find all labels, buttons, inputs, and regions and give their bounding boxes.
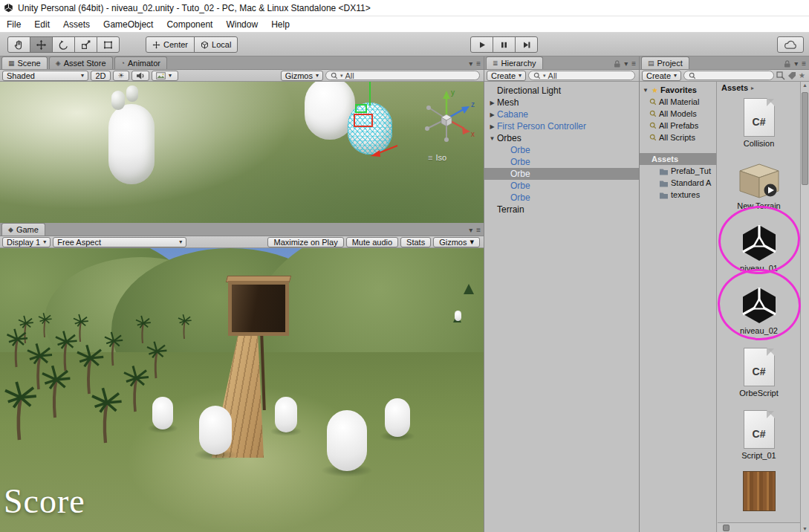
pause-button[interactable] — [493, 36, 516, 53]
foldout-icon[interactable]: ▶ — [487, 100, 497, 106]
project-search-input[interactable] — [683, 71, 774, 80]
assets-root-folder[interactable]: Assets — [640, 153, 716, 165]
hierarchy-create-dropdown[interactable]: Create ▾ — [487, 71, 526, 81]
icon-zoom-slider[interactable] — [718, 522, 800, 532]
aspect-dropdown[interactable]: Free Aspect ▾ — [53, 237, 186, 247]
favorite-all-models[interactable]: All Models — [640, 108, 716, 120]
scene-object-orbe-knob[interactable] — [126, 85, 138, 102]
panel-dropdown-icon[interactable]: ▾ — [624, 59, 628, 68]
foldout-icon[interactable]: ▼ — [642, 87, 649, 94]
scrollbar-thumb[interactable] — [802, 92, 808, 185]
step-button[interactable] — [515, 36, 538, 53]
tab-scene[interactable]: ▦ Scene — [1, 56, 48, 69]
tab-project[interactable]: ▤ Project — [641, 56, 689, 69]
menu-assets[interactable]: Assets — [56, 16, 97, 32]
cloud-services-button[interactable] — [777, 36, 804, 53]
tab-asset-store[interactable]: ◈ Asset Store — [49, 56, 113, 69]
menu-edit[interactable]: Edit — [27, 16, 56, 32]
hierarchy-item-orbes[interactable]: ▼ Orbes — [484, 132, 639, 144]
folder-textures[interactable]: textures — [640, 189, 716, 201]
game-gizmos-dropdown[interactable]: Gizmos ▾ — [433, 237, 480, 247]
asset-orbescript[interactable]: C# OrbeScript — [718, 343, 800, 406]
asset-script-01[interactable]: C# Script_01 — [718, 406, 800, 468]
menu-component[interactable]: Component — [160, 16, 219, 32]
favorite-all-prefabs[interactable]: All Prefabs — [640, 120, 716, 132]
folder-prefab-tut[interactable]: Prefab_Tut — [640, 165, 716, 177]
scroll-up-icon[interactable]: ▲ — [802, 82, 808, 88]
folder-standard-assets[interactable]: Standard A — [640, 177, 716, 189]
hierarchy-item-terrain[interactable]: Terrain — [484, 204, 639, 215]
mute-audio-button[interactable]: Mute audio — [346, 237, 398, 247]
saved-search-star-icon[interactable]: ★ — [799, 71, 805, 80]
scene-lighting-button[interactable]: ☀ — [113, 71, 129, 81]
lock-icon[interactable] — [784, 60, 790, 68]
hand-tool-button[interactable] — [7, 36, 30, 53]
foldout-icon[interactable]: ▶ — [487, 123, 497, 130]
favorites-header[interactable]: ▼ ★ Favorites — [640, 84, 716, 96]
maximize-on-play-button[interactable]: Maximize on Play — [267, 237, 343, 247]
scene-object-orbe-knob[interactable] — [111, 91, 125, 110]
scale-tool-button[interactable] — [74, 36, 97, 53]
scroll-down-icon[interactable]: ▼ — [802, 526, 808, 531]
hierarchy-item-orbe[interactable]: Orbe — [484, 180, 639, 192]
asset-collision[interactable]: C# Collision — [718, 94, 800, 156]
panel-dropdown-icon[interactable]: ▾ — [469, 226, 472, 234]
display-dropdown[interactable]: Display 1 ▾ — [2, 237, 51, 247]
foldout-icon[interactable]: ▶ — [487, 111, 497, 118]
tab-animator[interactable]: ◔ Animator — [114, 56, 167, 69]
asset-wood-texture[interactable] — [718, 468, 800, 531]
menu-window[interactable]: Window — [219, 16, 264, 32]
hierarchy-item-orbe[interactable]: Orbe — [484, 192, 639, 204]
favorite-all-materials[interactable]: All Material — [640, 96, 716, 108]
asset-niveau-01[interactable]: niveau_01 — [718, 218, 800, 281]
search-by-label-icon[interactable] — [787, 71, 796, 80]
panel-dropdown-icon[interactable]: ▾ — [794, 59, 798, 68]
menu-file[interactable]: File — [0, 16, 27, 32]
panel-menu-icon[interactable]: ≡ — [476, 59, 481, 68]
scene-object-orbe[interactable] — [108, 104, 155, 184]
scene-search-input[interactable]: ▾ All — [325, 71, 480, 80]
hierarchy-item-mesh[interactable]: ▶ Mesh — [484, 97, 639, 108]
scene-effects-dropdown[interactable]: ▾ — [152, 71, 178, 81]
menu-gameobject[interactable]: GameObject — [97, 16, 160, 32]
project-create-dropdown[interactable]: Create ▾ — [642, 71, 681, 81]
favorite-all-scripts[interactable]: All Scripts — [640, 132, 716, 143]
rect-tool-button[interactable] — [97, 36, 120, 53]
game-viewport[interactable]: Score — [0, 248, 484, 532]
rotate-tool-button[interactable] — [52, 36, 75, 53]
hierarchy-search-input[interactable]: ▾ All — [528, 71, 635, 80]
panel-menu-icon[interactable]: ≡ — [802, 59, 806, 68]
scene-orientation-gizmo[interactable]: y z x — [415, 85, 480, 153]
search-by-type-icon[interactable] — [776, 71, 785, 80]
shading-mode-dropdown[interactable]: Shaded ▾ — [2, 71, 88, 81]
breadcrumb[interactable]: Assets ▸ — [718, 82, 800, 94]
hierarchy-item-cabane[interactable]: ▶ Cabane — [484, 108, 639, 120]
scene-gizmos-dropdown[interactable]: Gizmos ▾ — [281, 71, 323, 81]
hierarchy-item-orbe[interactable]: Orbe — [484, 156, 639, 168]
scene-audio-button[interactable] — [131, 71, 149, 81]
2d-toggle-button[interactable]: 2D — [91, 71, 111, 81]
scene-viewport[interactable]: y z x ≡ Iso — [0, 82, 484, 223]
pivot-toggle-button[interactable]: Center — [146, 36, 195, 53]
move-tool-button[interactable] — [30, 36, 53, 53]
panel-dropdown-icon[interactable]: ▾ — [469, 59, 472, 68]
zoom-slider-knob[interactable] — [723, 525, 730, 531]
asset-new-terrain[interactable]: New Terrain — [718, 156, 800, 218]
hierarchy-item-first-person-controller[interactable]: ▶ First Person Controller — [484, 120, 639, 132]
play-button[interactable] — [470, 36, 493, 53]
projection-mode-toggle[interactable]: ≡ Iso — [428, 153, 446, 162]
panel-menu-icon[interactable]: ≡ — [476, 226, 481, 234]
tab-hierarchy[interactable]: ≣ Hierarchy — [486, 56, 543, 69]
hierarchy-item-orbe[interactable]: Orbe — [484, 144, 639, 156]
menu-help[interactable]: Help — [264, 16, 296, 32]
tab-game[interactable]: ◆ Game — [1, 223, 45, 236]
lock-icon[interactable] — [614, 60, 620, 68]
asset-niveau-02[interactable]: niveau_02 — [718, 281, 800, 343]
foldout-icon[interactable]: ▼ — [487, 135, 497, 142]
stats-button[interactable]: Stats — [400, 237, 431, 247]
project-scrollbar[interactable]: ▲ ▼ — [800, 82, 809, 532]
space-toggle-button[interactable]: Local — [194, 36, 238, 53]
hierarchy-item-orbe-selected[interactable]: Orbe — [484, 168, 639, 180]
panel-menu-icon[interactable]: ≡ — [631, 59, 636, 68]
hierarchy-item-directional-light[interactable]: Directional Light — [484, 85, 639, 97]
